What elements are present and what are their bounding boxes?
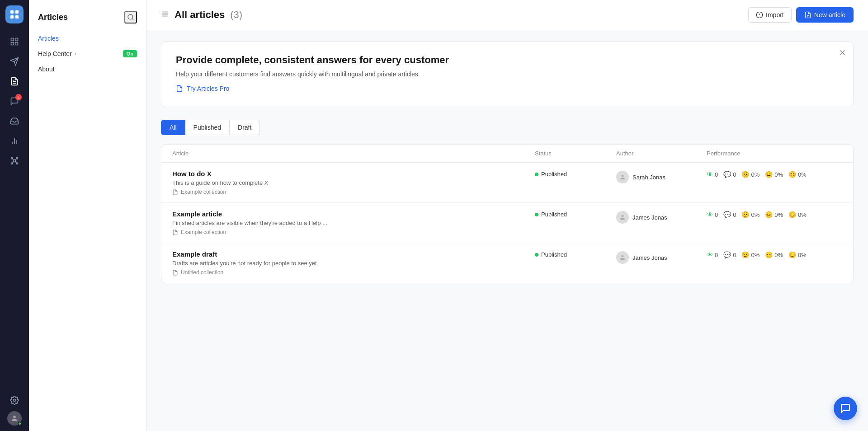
contacts-icon[interactable]	[5, 33, 24, 51]
author-name: James Jonas	[632, 214, 667, 221]
try-link-label: Try Articles Pro	[187, 85, 229, 92]
eye-icon: 👁	[707, 171, 713, 178]
comments-metric: 💬 0	[723, 171, 736, 178]
neutral-pct: 0%	[774, 171, 783, 178]
article-collection: Example collection	[172, 229, 535, 235]
svg-point-36	[622, 175, 624, 177]
sidebar-item-about[interactable]: About	[29, 61, 146, 77]
status-cell: Published	[535, 250, 616, 258]
article-title: Example article	[172, 210, 535, 218]
good-emoji-icon: 😊	[788, 171, 796, 178]
status-dot	[535, 173, 538, 176]
svg-point-18	[16, 163, 18, 164]
good-emoji-icon: 😊	[788, 211, 796, 218]
col-article: Article	[172, 150, 535, 157]
chevron-right-icon: ›	[75, 51, 76, 57]
svg-point-26	[128, 14, 133, 19]
svg-point-37	[622, 215, 624, 217]
app-logo	[5, 5, 24, 23]
table-header: Article Status Author Performance	[161, 145, 853, 163]
views-metric: 👁 0	[707, 171, 718, 178]
author-name: Sarah Jonas	[632, 174, 665, 181]
icon-sidebar: 1	[0, 0, 29, 431]
bad-metric: 😟 0%	[741, 171, 760, 178]
chat-nav-icon[interactable]: 1	[5, 92, 24, 110]
article-info: Example draft Drafts are articles you're…	[172, 250, 535, 276]
good-metric: 😊 0%	[788, 251, 807, 258]
sidebar-item-label: About	[38, 66, 55, 73]
new-article-button[interactable]: New article	[796, 7, 854, 23]
integrations-nav-icon[interactable]	[5, 152, 24, 170]
sidebar-item-articles[interactable]: Articles	[29, 31, 146, 46]
articles-nav-icon[interactable]	[5, 72, 24, 90]
inbox-nav-icon[interactable]	[5, 112, 24, 130]
article-desc: Finished articles are visible when they'…	[172, 220, 535, 226]
bad-emoji-icon: 😟	[741, 171, 749, 178]
article-title: Example draft	[172, 250, 535, 258]
views-metric: 👁 0	[707, 251, 718, 258]
collection-name: Example collection	[181, 229, 226, 235]
help-center-badge: On	[123, 50, 137, 57]
user-avatar[interactable]	[7, 411, 22, 426]
filter-draft-tab[interactable]: Draft	[230, 120, 260, 135]
author-avatar	[616, 251, 629, 264]
search-button[interactable]	[124, 11, 137, 23]
svg-line-23	[13, 162, 14, 163]
hamburger-icon[interactable]	[161, 10, 169, 20]
promo-banner: ✕ Provide complete, consistent answers f…	[161, 41, 854, 107]
panel-title: Articles	[38, 13, 68, 22]
svg-point-17	[11, 158, 13, 159]
svg-rect-2	[10, 15, 14, 19]
panel-header: Articles	[29, 7, 146, 31]
comments-count: 0	[733, 211, 736, 218]
reports-nav-icon[interactable]	[5, 132, 24, 150]
author-avatar	[616, 171, 629, 183]
svg-point-38	[622, 255, 624, 258]
send-icon[interactable]	[5, 52, 24, 70]
settings-nav-icon[interactable]	[5, 391, 24, 409]
bad-pct: 0%	[751, 211, 760, 218]
svg-line-22	[15, 162, 17, 163]
perf-cell: 👁 0 💬 0 😟 0% 😐 0%	[707, 170, 842, 178]
neutral-metric: 😐 0%	[765, 251, 783, 258]
page-title: All articles	[175, 9, 225, 21]
try-articles-pro-link[interactable]: Try Articles Pro	[176, 85, 229, 92]
article-info: How to do X This is a guide on how to co…	[172, 170, 535, 195]
status-dot	[535, 213, 538, 216]
chat-badge: 1	[15, 94, 22, 100]
table-row[interactable]: Example article Finished articles are vi…	[161, 203, 853, 243]
chat-support-button[interactable]	[834, 397, 857, 420]
sidebar-item-help-center[interactable]: Help Center › On	[29, 46, 146, 61]
svg-line-21	[13, 159, 14, 160]
comments-count: 0	[733, 171, 736, 178]
svg-rect-5	[15, 38, 18, 41]
comments-metric: 💬 0	[723, 211, 736, 218]
neutral-metric: 😐 0%	[765, 211, 783, 218]
filter-all-tab[interactable]: All	[161, 120, 185, 135]
close-promo-button[interactable]: ✕	[839, 48, 846, 58]
article-title: How to do X	[172, 170, 535, 178]
collection-name: Untitled collection	[181, 269, 223, 276]
table-row[interactable]: Example draft Drafts are articles you're…	[161, 243, 853, 283]
promo-heading: Provide complete, consistent answers for…	[176, 54, 839, 66]
eye-icon: 👁	[707, 251, 713, 258]
comments-metric: 💬 0	[723, 251, 736, 258]
filter-published-tab[interactable]: Published	[185, 120, 230, 135]
left-nav-panel: Articles Articles Help Center › On About	[29, 0, 146, 431]
help-center-label-row: Help Center ›	[38, 50, 76, 57]
col-performance: Performance	[707, 150, 842, 157]
table-row[interactable]: How to do X This is a guide on how to co…	[161, 163, 853, 203]
comment-icon: 💬	[723, 171, 731, 178]
neutral-emoji-icon: 😐	[765, 211, 773, 218]
neutral-metric: 😐 0%	[765, 171, 783, 178]
bad-pct: 0%	[751, 171, 760, 178]
article-collection: Example collection	[172, 189, 535, 195]
svg-rect-7	[15, 42, 18, 45]
views-metric: 👁 0	[707, 211, 718, 218]
import-button[interactable]: Import	[748, 7, 792, 23]
sidebar-item-label: Help Center	[38, 50, 72, 57]
articles-table: Article Status Author Performance How to…	[161, 144, 854, 283]
author-avatar	[616, 211, 629, 224]
bad-emoji-icon: 😟	[741, 251, 749, 258]
collection-name: Example collection	[181, 189, 226, 195]
